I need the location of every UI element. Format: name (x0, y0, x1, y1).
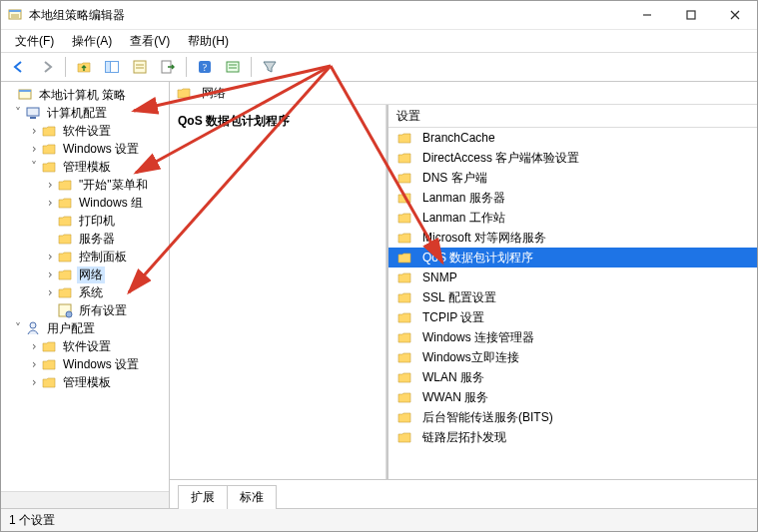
list-item-label: Lanman 服务器 (422, 190, 505, 207)
close-button[interactable] (713, 1, 757, 29)
chevron-right-icon[interactable]: › (27, 142, 41, 156)
tree-label: Windows 设置 (61, 141, 141, 158)
tree-all-settings[interactable]: 所有设置 (1, 301, 169, 319)
menu-file[interactable]: 文件(F) (7, 31, 62, 52)
list-item[interactable]: Windows 连接管理器 (388, 327, 757, 347)
user-icon (25, 320, 41, 336)
list-item-label: BranchCache (422, 131, 495, 145)
chevron-right-icon[interactable]: › (43, 250, 57, 264)
folder-icon (396, 409, 412, 425)
tree-computer-config[interactable]: ˅ 计算机配置 (1, 104, 169, 122)
svg-rect-21 (27, 108, 39, 116)
folder-icon (176, 85, 192, 101)
tree-printers[interactable]: 打印机 (1, 212, 169, 230)
chevron-down-icon[interactable]: ˅ (11, 321, 25, 335)
list-item-label: Lanman 工作站 (422, 210, 505, 227)
folder-icon (57, 231, 73, 247)
svg-rect-9 (106, 62, 111, 73)
chevron-right-icon[interactable]: › (27, 339, 41, 353)
tree-user-admin-templates[interactable]: › 管理模板 (1, 373, 169, 391)
svg-rect-16 (227, 62, 239, 72)
breadcrumb-label: 网络 (202, 85, 226, 102)
list-item-label: 链路层拓扑发现 (422, 429, 506, 446)
chevron-right-icon[interactable]: › (27, 357, 41, 371)
list-item[interactable]: QoS 数据包计划程序 (388, 248, 757, 267)
list-item[interactable]: Microsoft 对等网络服务 (388, 228, 757, 248)
chevron-right-icon[interactable]: › (43, 285, 57, 299)
chevron-right-icon[interactable]: › (43, 178, 57, 192)
chevron-down-icon[interactable]: ˅ (27, 160, 41, 174)
minimize-button[interactable] (625, 1, 669, 29)
tree-network[interactable]: › 网络 (1, 266, 169, 283)
tab-standard[interactable]: 标准 (227, 485, 277, 509)
list-item[interactable]: WWAN 服务 (388, 387, 757, 407)
tree-label: 所有设置 (77, 302, 129, 319)
folder-icon (396, 289, 412, 305)
tree-software-settings[interactable]: › 软件设置 (1, 122, 169, 140)
toolbar: ? (1, 53, 757, 82)
chevron-down-icon[interactable]: ˅ (11, 106, 25, 120)
tree-admin-templates[interactable]: ˅ 管理模板 (1, 158, 169, 176)
menu-help[interactable]: 帮助(H) (180, 31, 237, 52)
list-item[interactable]: Windows立即连接 (388, 347, 757, 367)
list-item[interactable]: DNS 客户端 (388, 168, 757, 188)
tree-label: 服务器 (77, 231, 117, 248)
list-item[interactable]: 链路层拓扑发现 (388, 427, 757, 447)
folder-icon (57, 177, 73, 193)
list-item[interactable]: Lanman 工作站 (388, 208, 757, 228)
tree-windows-components[interactable]: › Windows 组 (1, 194, 169, 212)
tree-horizontal-scrollbar[interactable] (1, 491, 169, 508)
tree-start-menu[interactable]: › "开始"菜单和 (1, 176, 169, 194)
export-button[interactable] (156, 55, 180, 79)
up-button[interactable] (72, 55, 96, 79)
tab-extended[interactable]: 扩展 (178, 485, 228, 509)
list-item[interactable]: 后台智能传送服务(BITS) (388, 407, 757, 427)
folder-icon (396, 389, 412, 405)
tree-control-panel[interactable]: › 控制面板 (1, 248, 169, 266)
folder-icon (396, 429, 412, 445)
tree-user-windows-settings[interactable]: › Windows 设置 (1, 355, 169, 373)
list-item[interactable]: WLAN 服务 (388, 367, 757, 387)
forward-button[interactable] (35, 55, 59, 79)
folder-icon (396, 250, 412, 266)
help-button[interactable]: ? (193, 55, 217, 79)
svg-rect-5 (687, 11, 695, 19)
policy-button[interactable] (221, 55, 245, 79)
tree-label: 软件设置 (61, 338, 113, 355)
tree-label: 网络 (77, 266, 105, 283)
filter-button[interactable] (258, 55, 282, 79)
window: 本地组策略编辑器 文件(F) 操作(A) 查看(V) 帮助(H) ? (0, 0, 758, 532)
tree-system[interactable]: › 系统 (1, 283, 169, 301)
chevron-right-icon[interactable]: › (43, 196, 57, 210)
tree-servers[interactable]: 服务器 (1, 230, 169, 248)
list-body[interactable]: BranchCacheDirectAccess 客户端体验设置DNS 客户端La… (388, 128, 757, 479)
menu-action[interactable]: 操作(A) (64, 31, 120, 52)
list-pane: 设置 BranchCacheDirectAccess 客户端体验设置DNS 客户… (388, 105, 757, 479)
list-item[interactable]: SNMP (388, 267, 757, 287)
tree[interactable]: 本地计算机 策略 ˅ 计算机配置 › 软件设置 › Windows 设置 (1, 82, 169, 491)
list-item[interactable]: SSL 配置设置 (388, 287, 757, 307)
list-item[interactable]: Lanman 服务器 (388, 188, 757, 208)
folder-icon (41, 159, 57, 175)
tree-root[interactable]: 本地计算机 策略 (1, 86, 169, 104)
list-header[interactable]: 设置 (388, 105, 757, 128)
list-item[interactable]: TCPIP 设置 (388, 307, 757, 327)
tree-user-software-settings[interactable]: › 软件设置 (1, 337, 169, 355)
chevron-right-icon[interactable]: › (27, 375, 41, 389)
back-button[interactable] (7, 55, 31, 79)
show-hide-tree-button[interactable] (100, 55, 124, 79)
column-header-settings[interactable]: 设置 (396, 108, 420, 125)
list-item[interactable]: BranchCache (388, 128, 757, 148)
chevron-right-icon[interactable]: › (27, 124, 41, 138)
tree-label: 管理模板 (61, 374, 113, 391)
tree-user-config[interactable]: ˅ 用户配置 (1, 319, 169, 337)
properties-button[interactable] (128, 55, 152, 79)
tree-windows-settings[interactable]: › Windows 设置 (1, 140, 169, 158)
svg-rect-1 (9, 10, 21, 12)
folder-icon (41, 338, 57, 354)
list-item[interactable]: DirectAccess 客户端体验设置 (388, 148, 757, 168)
menu-view[interactable]: 查看(V) (122, 31, 178, 52)
tree-pane: 本地计算机 策略 ˅ 计算机配置 › 软件设置 › Windows 设置 (1, 82, 170, 508)
maximize-button[interactable] (669, 1, 713, 29)
chevron-right-icon[interactable]: › (43, 267, 57, 281)
